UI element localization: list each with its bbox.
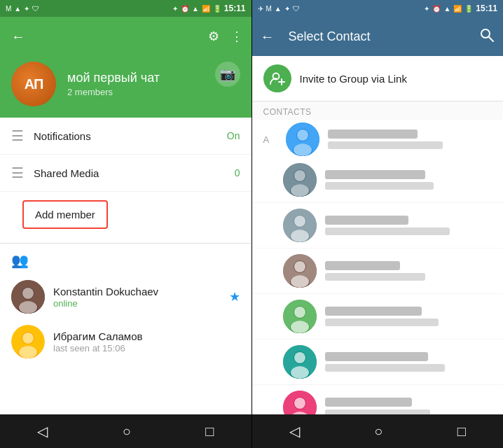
left-nav-home[interactable]: ○ bbox=[111, 418, 142, 445]
drive-icon: ▲ bbox=[14, 5, 21, 13]
divider-1 bbox=[0, 243, 252, 244]
vpn-icon: 🛡 bbox=[32, 5, 39, 13]
add-member-button[interactable]: Add member bbox=[22, 200, 108, 229]
more-icon[interactable]: ⋮ bbox=[230, 29, 243, 44]
contact-info-4 bbox=[325, 307, 492, 326]
contact-item-1[interactable] bbox=[252, 158, 504, 203]
contact-info-6 bbox=[325, 398, 492, 414]
members-section-header: 👥 bbox=[0, 246, 252, 274]
right-status-icons: ✈ M ▲ ✦ 🛡 bbox=[258, 5, 300, 13]
camera-button[interactable]: 📷 bbox=[215, 62, 240, 87]
svg-point-10 bbox=[481, 29, 490, 38]
notifications-value: On bbox=[227, 130, 240, 141]
contact-name-0 bbox=[328, 130, 418, 139]
contact-item-4[interactable] bbox=[252, 294, 504, 340]
right-nav-home[interactable]: ○ bbox=[363, 418, 394, 445]
contact-name-1 bbox=[325, 170, 425, 179]
svg-point-24 bbox=[291, 184, 309, 197]
vpn-icon-right: 🛡 bbox=[293, 5, 300, 13]
add-member-wrapper: Add member bbox=[0, 192, 252, 240]
contact-item-5[interactable] bbox=[252, 340, 504, 385]
shared-media-item[interactable]: ☰ Shared Media 0 bbox=[0, 155, 252, 192]
notifications-icon: ☰ bbox=[11, 127, 34, 144]
contact-name-2 bbox=[325, 216, 408, 225]
invite-row[interactable]: Invite to Group via Link bbox=[252, 56, 504, 102]
svg-point-23 bbox=[294, 170, 305, 181]
contact-avatar-1 bbox=[283, 163, 317, 197]
svg-point-43 bbox=[294, 352, 305, 363]
contact-info-3 bbox=[325, 261, 492, 281]
wifi-icon: 📶 bbox=[202, 5, 210, 13]
left-top-bar: ← ⚙ ⋮ bbox=[0, 17, 252, 56]
svg-point-34 bbox=[291, 275, 309, 288]
group-avatar: АП bbox=[11, 62, 56, 106]
contact-avatar-2 bbox=[283, 209, 317, 242]
contact-item-3[interactable] bbox=[252, 248, 504, 294]
member-item-konstantin[interactable]: Konstantin Dokuchaev online ★ bbox=[0, 274, 252, 319]
alpha-label-a: A bbox=[263, 134, 275, 145]
alarm-icon: ⏰ bbox=[181, 5, 189, 13]
invite-text: Invite to Group via Link bbox=[300, 73, 407, 85]
bluetooth-icon: ✦ bbox=[172, 5, 178, 13]
group-members: 2 members bbox=[67, 87, 240, 97]
shared-media-icon: ☰ bbox=[11, 164, 34, 181]
left-panel: M ▲ ✦ 🛡 ✦ ⏰ ▲ 📶 🔋 15:11 ← ⚙ ⋮ АП мой пер… bbox=[0, 0, 252, 448]
left-nav-back[interactable]: ◁ bbox=[26, 417, 59, 445]
right-back-button[interactable]: ← bbox=[258, 26, 277, 48]
left-status-right: ✦ ⏰ ▲ 📶 🔋 15:11 bbox=[172, 4, 246, 13]
contact-info-2 bbox=[325, 216, 492, 235]
contact-avatar-5 bbox=[283, 345, 317, 379]
drive-icon-right: ▲ bbox=[275, 5, 282, 13]
contact-sub-1 bbox=[325, 182, 434, 190]
contact-sub-6 bbox=[325, 410, 430, 414]
svg-point-33 bbox=[294, 261, 305, 272]
contact-avatar-4 bbox=[283, 300, 317, 333]
bluetooth-icon-right: ✦ bbox=[424, 5, 429, 13]
mail-icon-right: M bbox=[266, 5, 272, 13]
right-nav-bar: ◁ ○ □ bbox=[252, 414, 504, 448]
contact-sub-2 bbox=[325, 227, 450, 235]
contacts-list: A bbox=[252, 120, 504, 414]
svg-point-39 bbox=[291, 321, 309, 333]
contact-info-0 bbox=[328, 130, 492, 149]
right-nav-back[interactable]: ◁ bbox=[278, 417, 311, 445]
member-avatar-konstantin bbox=[11, 280, 45, 314]
contact-item-6[interactable] bbox=[252, 385, 504, 414]
svg-point-48 bbox=[294, 398, 305, 409]
battery-icon: 🔋 bbox=[213, 5, 221, 13]
right-nav-recent[interactable]: □ bbox=[446, 418, 477, 445]
right-status-right: ✦ ⏰ ▲ 📶 🔋 15:11 bbox=[424, 4, 497, 13]
contact-item-2[interactable] bbox=[252, 203, 504, 248]
svg-point-3 bbox=[22, 288, 34, 299]
back-button[interactable]: ← bbox=[8, 26, 28, 48]
wifi-icon-right: 📶 bbox=[453, 5, 462, 13]
contact-sub-4 bbox=[325, 318, 439, 326]
search-button[interactable] bbox=[476, 24, 497, 49]
member-status-ibrahim: last seen at 15:06 bbox=[53, 343, 240, 354]
member-item-ibrahim[interactable]: Ибрагим Саламов last seen at 15:06 bbox=[0, 319, 252, 364]
member-star-konstantin: ★ bbox=[229, 289, 240, 304]
alpha-row: A bbox=[252, 120, 504, 158]
avatar-text: АП bbox=[25, 76, 43, 92]
member-info-konstantin: Konstantin Dokuchaev online bbox=[53, 286, 221, 309]
contact-sub-0 bbox=[328, 141, 443, 149]
svg-line-11 bbox=[489, 37, 493, 41]
telegram-icon: ✈ bbox=[258, 5, 263, 13]
status-bar-right: ✈ M ▲ ✦ 🛡 ✦ ⏰ ▲ 📶 🔋 15:11 bbox=[252, 0, 504, 17]
add-person-icon bbox=[270, 71, 285, 86]
contact-sub-3 bbox=[325, 273, 425, 281]
members-icon: 👥 bbox=[11, 252, 29, 269]
left-nav-recent[interactable]: □ bbox=[194, 418, 225, 445]
konstantin-avatar-svg bbox=[11, 280, 45, 314]
member-status-konstantin: online bbox=[53, 298, 221, 309]
contact-avatar-3 bbox=[283, 254, 317, 288]
contact-info-5 bbox=[325, 352, 492, 372]
svg-point-4 bbox=[19, 301, 37, 314]
settings-icon[interactable]: ⚙ bbox=[208, 29, 219, 44]
right-top-bar: ← Select Contact bbox=[252, 17, 504, 56]
notifications-item[interactable]: ☰ Notifications On bbox=[0, 118, 252, 155]
search-icon bbox=[479, 27, 495, 43]
right-panel: ✈ M ▲ ✦ 🛡 ✦ ⏰ ▲ 📶 🔋 15:11 ← Select Conta… bbox=[252, 0, 504, 448]
member-name-ibrahim: Ибрагим Саламов bbox=[53, 330, 240, 342]
gmail-icon: M bbox=[6, 5, 11, 13]
